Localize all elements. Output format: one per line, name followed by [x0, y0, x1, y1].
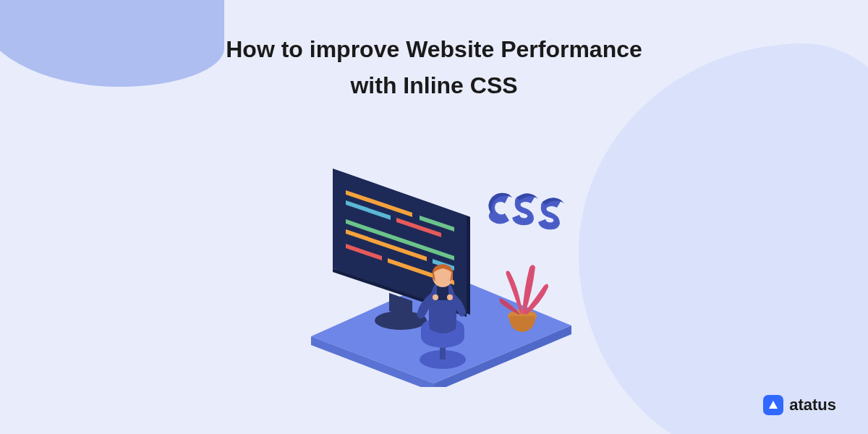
hero-illustration	[260, 148, 608, 387]
brand-logo: atatus	[763, 395, 836, 415]
svg-point-23	[433, 294, 438, 300]
svg-marker-5	[467, 216, 470, 315]
brand-name: atatus	[789, 396, 836, 414]
svg-point-24	[447, 294, 453, 300]
decorative-blob-top-left	[0, 0, 224, 87]
page-title: How to improve Website Performance with …	[203, 32, 665, 103]
brand-icon	[763, 395, 783, 415]
